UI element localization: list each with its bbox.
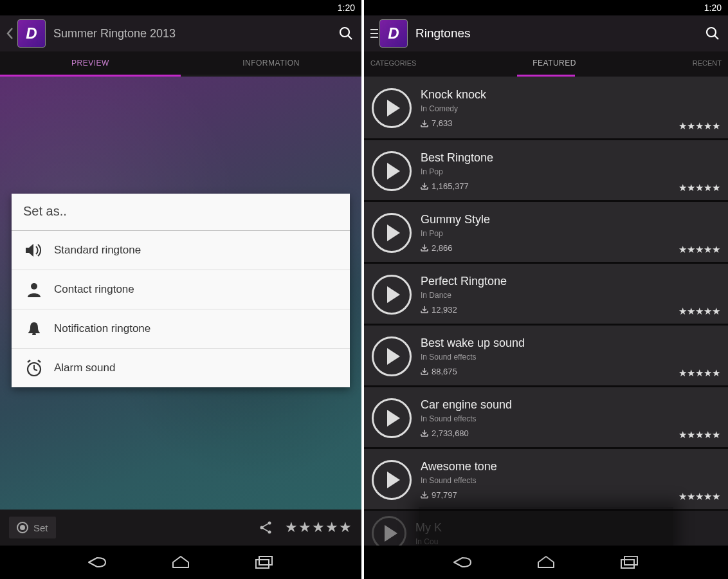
- svg-rect-3: [32, 333, 36, 335]
- set-button[interactable]: Set: [9, 517, 56, 538]
- download-count: 12,932: [421, 305, 720, 315]
- ringtone-list[interactable]: Knock knockIn Comedy7,633★★★★★Best Ringt…: [364, 77, 728, 546]
- status-time: 1:20: [338, 3, 355, 13]
- dialog-item-label: Standard ringtone: [54, 244, 141, 257]
- search-icon[interactable]: [337, 24, 355, 42]
- ringtone-category: In Pop: [421, 167, 720, 176]
- ringtone-title: Gummy Style: [421, 213, 720, 226]
- tab-preview[interactable]: PREVIEW: [0, 52, 181, 74]
- ringtone-title: Best Ringtone: [421, 151, 720, 165]
- download-icon: [421, 429, 428, 437]
- play-icon[interactable]: [372, 151, 412, 191]
- play-icon[interactable]: [372, 213, 412, 253]
- set-button-label: Set: [33, 522, 48, 533]
- download-count: 1,165,377: [421, 181, 720, 191]
- back-icon[interactable]: [6, 27, 14, 40]
- ringtone-category: In Pop: [421, 229, 720, 238]
- tab-recent[interactable]: RECENT: [693, 59, 728, 67]
- ringtone-category: In Comedy: [421, 104, 720, 113]
- left-screenshot: 1:20 D Summer Ringtone 2013 PREVIEW INFO…: [0, 0, 364, 579]
- play-icon[interactable]: [372, 398, 412, 438]
- svg-point-19: [707, 28, 716, 37]
- status-bar: 1:20: [364, 0, 728, 15]
- svg-line-12: [263, 524, 269, 527]
- nav-back-icon[interactable]: [450, 553, 475, 571]
- tab-bar: PREVIEW INFORMATION: [0, 51, 361, 75]
- page-title: Ringtones: [415, 26, 704, 41]
- svg-point-0: [340, 28, 349, 37]
- preview-area: Set as.. Standard ringtone Contact ringt…: [0, 77, 361, 510]
- svg-line-13: [263, 528, 269, 531]
- ringtone-title: Car engine sound: [421, 398, 720, 412]
- ringtone-title: Knock knock: [421, 88, 720, 102]
- person-icon: [23, 280, 45, 299]
- play-icon[interactable]: [372, 275, 412, 315]
- ringtone-row[interactable]: My KIn Cou: [364, 509, 728, 546]
- android-nav-bar: [364, 546, 728, 579]
- ringtone-row[interactable]: Car engine soundIn Sound effects2,733,68…: [364, 385, 728, 447]
- play-icon[interactable]: [372, 460, 412, 500]
- alarm-icon: [23, 359, 45, 377]
- download-icon: [421, 244, 428, 252]
- svg-rect-43: [624, 556, 637, 565]
- tab-categories[interactable]: CATEGORIES: [364, 59, 416, 67]
- ringtone-row[interactable]: Perfect RingtoneIn Dance12,932★★★★★: [364, 262, 728, 324]
- ringtone-title: Perfect Ringtone: [421, 275, 720, 288]
- download-icon: [421, 306, 428, 313]
- nav-recent-icon[interactable]: [251, 553, 277, 571]
- ringtone-category: In Sound effects: [421, 414, 720, 423]
- set-standard-ringtone[interactable]: Standard ringtone: [12, 231, 350, 270]
- tab-information[interactable]: INFORMATION: [181, 52, 361, 74]
- dialog-item-label: Notification ringtone: [54, 322, 150, 335]
- ringtone-row[interactable]: Gummy StyleIn Pop2,866★★★★★: [364, 200, 728, 262]
- svg-rect-42: [621, 560, 634, 568]
- share-icon[interactable]: [258, 520, 273, 535]
- set-notification-ringtone[interactable]: Notification ringtone: [12, 309, 350, 349]
- dialog-item-label: Contact ringtone: [54, 283, 134, 296]
- download-icon: [421, 182, 428, 190]
- ringtone-row[interactable]: Awesome toneIn Sound effects97,797★★★★★: [364, 447, 728, 509]
- tab-featured[interactable]: FEATURED: [416, 59, 692, 68]
- rating-stars: ★★★★★: [678, 367, 720, 379]
- set-alarm-sound[interactable]: Alarm sound: [12, 349, 350, 387]
- status-time: 1:20: [704, 3, 722, 13]
- nav-recent-icon[interactable]: [617, 553, 642, 571]
- nav-home-icon[interactable]: [533, 553, 559, 571]
- download-icon: [421, 367, 428, 375]
- android-nav-bar: [0, 546, 361, 579]
- page-title: Summer Ringtone 2013: [53, 27, 337, 41]
- ringtone-title: My K: [415, 521, 720, 535]
- play-icon[interactable]: [372, 516, 406, 546]
- nav-home-icon[interactable]: [168, 553, 194, 571]
- rating-stars: ★★★★★: [678, 306, 720, 317]
- top-bar: D Ringtones: [364, 15, 728, 51]
- rating-stars: ★★★★★: [678, 120, 720, 132]
- svg-rect-15: [259, 556, 272, 565]
- volume-icon: [23, 241, 45, 259]
- download-count: 97,797: [421, 490, 720, 500]
- nav-back-icon[interactable]: [84, 553, 110, 571]
- svg-rect-14: [256, 560, 269, 568]
- right-screenshot: 1:20 D Ringtones CATEGORIES FEATURED REC…: [364, 0, 728, 579]
- rating-stars[interactable]: ★★★★★: [285, 519, 352, 536]
- dialog-item-label: Alarm sound: [54, 362, 115, 374]
- play-icon[interactable]: [372, 336, 412, 376]
- menu-icon[interactable]: [370, 27, 378, 40]
- ringtone-category: In Sound effects: [421, 476, 720, 485]
- app-logo-icon[interactable]: D: [17, 19, 46, 48]
- app-logo-icon[interactable]: D: [379, 19, 408, 48]
- svg-line-6: [34, 369, 37, 371]
- search-icon[interactable]: [704, 24, 722, 42]
- download-count: 88,675: [421, 367, 720, 376]
- svg-line-7: [28, 360, 30, 362]
- play-icon[interactable]: [372, 88, 412, 128]
- ringtone-row[interactable]: Knock knockIn Comedy7,633★★★★★: [364, 77, 728, 138]
- ringtone-row[interactable]: Best RingtoneIn Pop1,165,377★★★★★: [364, 138, 728, 200]
- rating-stars: ★★★★★: [678, 244, 720, 255]
- bell-icon: [23, 320, 45, 338]
- ringtone-row[interactable]: Best wake up soundIn Sound effects88,675…: [364, 324, 728, 385]
- download-count: 2,733,680: [421, 428, 720, 438]
- set-contact-ringtone[interactable]: Contact ringtone: [12, 270, 350, 309]
- svg-line-20: [714, 35, 718, 39]
- rating-stars: ★★★★★: [678, 429, 720, 441]
